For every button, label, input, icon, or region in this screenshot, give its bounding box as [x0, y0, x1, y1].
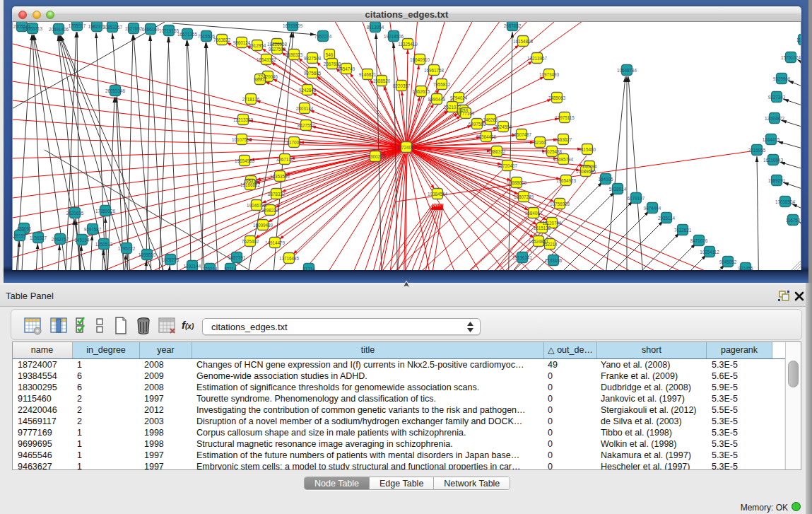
svg-text:12213967: 12213967 [527, 56, 548, 61]
svg-text:417001: 417001 [286, 140, 302, 145]
svg-text:2367608: 2367608 [324, 62, 341, 66]
svg-text:10025438: 10025438 [542, 149, 563, 154]
svg-text:5938914: 5938914 [609, 187, 627, 192]
svg-text:2935114: 2935114 [658, 216, 676, 221]
svg-text:14914479: 14914479 [265, 240, 286, 245]
svg-text:9115460: 9115460 [579, 147, 596, 152]
svg-text:19166822: 19166822 [240, 182, 261, 187]
svg-text:10756928: 10756928 [550, 201, 570, 206]
svg-text:8813054: 8813054 [367, 25, 384, 30]
svg-text:12353594: 12353594 [270, 174, 290, 179]
svg-text:1250513: 1250513 [95, 242, 113, 247]
svg-text:16154808: 16154808 [513, 39, 534, 44]
svg-text:252214: 252214 [542, 242, 558, 247]
svg-text:1362615: 1362615 [413, 89, 430, 94]
svg-text:6497568: 6497568 [469, 122, 486, 127]
svg-text:9397587: 9397587 [84, 227, 102, 232]
svg-text:546: 546 [326, 52, 334, 57]
svg-text:1095810: 1095810 [139, 252, 156, 257]
svg-text:9463627: 9463627 [555, 137, 572, 142]
svg-text:11325419: 11325419 [398, 42, 418, 47]
svg-text:9329966: 9329966 [773, 76, 791, 81]
svg-text:13975115: 13975115 [555, 115, 575, 120]
svg-text:1244415: 1244415 [763, 137, 780, 142]
svg-text:13716485: 13716485 [279, 256, 300, 261]
svg-text:8912954: 8912954 [249, 43, 266, 48]
svg-text:10054112: 10054112 [700, 250, 719, 255]
svg-text:10648784: 10648784 [617, 68, 637, 73]
svg-text:9242848: 9242848 [299, 88, 317, 93]
svg-text:16033809: 16033809 [283, 23, 303, 28]
svg-text:17359926: 17359926 [95, 209, 116, 214]
svg-text:11120746: 11120746 [542, 221, 562, 226]
svg-text:7663822: 7663822 [213, 37, 231, 42]
svg-text:9457791: 9457791 [228, 255, 246, 260]
svg-text:18300275: 18300275 [365, 154, 386, 159]
svg-text:17016504: 17016504 [775, 199, 796, 204]
svg-text:1989291: 1989291 [768, 178, 786, 183]
svg-text:1733436: 1733436 [545, 258, 563, 263]
svg-text:16543382: 16543382 [257, 57, 277, 62]
svg-text:3624554: 3624554 [495, 124, 512, 129]
svg-text:921455: 921455 [738, 266, 753, 271]
svg-text:18640910: 18640910 [410, 57, 430, 62]
svg-text:3267130: 3267130 [276, 157, 294, 162]
svg-text:26053346: 26053346 [105, 88, 126, 93]
svg-text:20691406: 20691406 [49, 27, 69, 32]
svg-text:8454749: 8454749 [338, 66, 355, 71]
svg-text:1795722: 1795722 [118, 246, 136, 251]
svg-text:7625402: 7625402 [242, 239, 259, 244]
svg-text:7386372: 7386372 [488, 149, 506, 154]
svg-text:7485063: 7485063 [548, 95, 566, 100]
svg-text:10089695: 10089695 [576, 169, 596, 174]
svg-text:18807249: 18807249 [514, 194, 534, 199]
svg-text:9777169: 9777169 [457, 111, 475, 116]
svg-text:10973493: 10973493 [539, 72, 560, 77]
svg-text:1705517: 1705517 [69, 23, 86, 28]
svg-text:7632621: 7632621 [674, 228, 692, 233]
svg-text:18226058: 18226058 [267, 42, 288, 47]
svg-text:19384554: 19384554 [428, 192, 448, 197]
svg-text:19046738: 19046738 [247, 203, 267, 208]
svg-text:16210643: 16210643 [763, 158, 784, 163]
svg-text:7955812: 7955812 [433, 82, 451, 87]
svg-text:10107553: 10107553 [232, 137, 252, 142]
svg-text:6179197: 6179197 [628, 196, 645, 201]
svg-text:15751074: 15751074 [781, 55, 801, 60]
svg-text:9827509: 9827509 [269, 47, 286, 52]
svg-text:8427552: 8427552 [298, 123, 315, 128]
svg-text:435061: 435061 [16, 226, 32, 231]
svg-text:8186323: 8186323 [286, 52, 303, 57]
svg-text:16671355: 16671355 [177, 32, 198, 37]
svg-text:8220357: 8220357 [393, 83, 411, 88]
svg-text:19218506: 19218506 [384, 34, 404, 39]
svg-text:13495794: 13495794 [553, 157, 574, 162]
svg-text:10507487: 10507487 [512, 132, 532, 137]
svg-text:9146821: 9146821 [359, 72, 377, 77]
svg-text:9227343: 9227343 [768, 95, 786, 100]
svg-text:140494: 140494 [582, 164, 597, 169]
svg-text:9827508: 9827508 [304, 56, 322, 61]
svg-text:2620655: 2620655 [66, 211, 84, 216]
svg-text:3498222: 3498222 [261, 208, 279, 213]
svg-text:1527602: 1527602 [125, 26, 143, 31]
svg-text:9684067: 9684067 [525, 211, 543, 216]
svg-text:18724007: 18724007 [396, 145, 417, 150]
svg-text:1615132: 1615132 [534, 226, 551, 230]
svg-text:3215955: 3215955 [748, 148, 766, 153]
svg-text:19654985: 19654985 [235, 158, 255, 163]
svg-text:8878332: 8878332 [268, 192, 286, 197]
svg-text:16099489: 16099489 [253, 223, 273, 228]
svg-text:98901: 98901 [254, 77, 266, 82]
svg-text:129214: 129214 [202, 267, 218, 271]
svg-text:8471676: 8471676 [690, 238, 708, 243]
svg-text:10853267: 10853267 [102, 25, 123, 30]
svg-text:2803144: 2803144 [296, 106, 314, 111]
svg-text:23055713: 23055713 [23, 26, 43, 31]
svg-text:62160: 62160 [534, 140, 546, 145]
svg-text:19654923: 19654923 [556, 178, 577, 183]
svg-text:12093872: 12093872 [765, 116, 785, 121]
svg-text:1678275: 1678275 [162, 257, 180, 262]
svg-text:8990448: 8990448 [428, 97, 446, 102]
svg-text:9794024: 9794024 [450, 95, 468, 100]
